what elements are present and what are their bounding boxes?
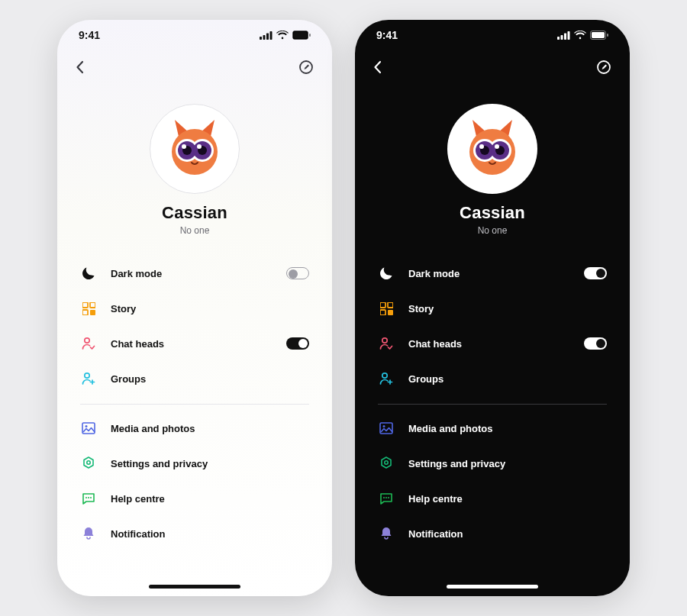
back-icon[interactable] xyxy=(373,60,382,74)
svg-rect-17 xyxy=(82,302,88,308)
edit-icon[interactable] xyxy=(596,60,611,75)
moon-icon xyxy=(80,266,97,280)
row-dark-mode[interactable]: Dark mode xyxy=(378,256,607,291)
user-check-icon xyxy=(80,337,97,350)
row-settings[interactable]: Settings and privacy xyxy=(378,446,607,481)
svg-rect-52 xyxy=(380,423,392,434)
bell-icon xyxy=(378,527,395,540)
svg-rect-47 xyxy=(388,302,393,308)
svg-rect-1 xyxy=(263,35,266,40)
status-bar: 9:41 xyxy=(355,20,630,50)
status-time: 9:41 xyxy=(376,29,398,41)
row-story[interactable]: Story xyxy=(80,291,309,326)
edit-icon[interactable] xyxy=(298,60,314,75)
image-icon xyxy=(378,422,395,434)
svg-rect-20 xyxy=(90,310,95,315)
toggle-chat-heads[interactable] xyxy=(286,337,309,350)
svg-point-16 xyxy=(197,144,202,149)
svg-point-54 xyxy=(385,461,388,464)
row-label: Dark mode xyxy=(111,268,273,279)
row-story[interactable]: Story xyxy=(378,291,607,326)
svg-rect-29 xyxy=(557,37,560,40)
profile-name: Cassian xyxy=(162,203,227,223)
status-icons xyxy=(557,31,608,40)
user-plus-icon xyxy=(80,372,97,385)
svg-rect-0 xyxy=(260,37,262,40)
avatar[interactable] xyxy=(150,104,240,194)
phone-light: 9:41 xyxy=(57,20,332,596)
svg-point-50 xyxy=(382,338,387,343)
row-label: Groups xyxy=(408,373,607,385)
settings-icon xyxy=(378,456,395,470)
menu: Dark mode Story Chat heads Groups xyxy=(57,250,332,551)
svg-point-27 xyxy=(88,497,89,498)
row-label: Media and photos xyxy=(408,423,607,434)
status-bar: 9:41 xyxy=(57,20,332,50)
svg-point-24 xyxy=(85,425,88,427)
avatar-image xyxy=(158,112,231,185)
row-settings[interactable]: Settings and privacy xyxy=(80,446,309,481)
toggle-dark-mode[interactable] xyxy=(286,267,309,279)
toggle-dark-mode[interactable] xyxy=(584,267,607,279)
row-media[interactable]: Media and photos xyxy=(378,411,607,446)
svg-point-21 xyxy=(85,338,89,343)
svg-rect-34 xyxy=(592,32,605,38)
row-label: Story xyxy=(408,303,607,314)
profile: Cassian No one xyxy=(355,104,630,236)
avatar-image xyxy=(456,112,529,185)
profile: Cassian No one xyxy=(57,104,332,236)
svg-rect-2 xyxy=(266,33,269,40)
svg-point-25 xyxy=(87,461,90,464)
svg-point-28 xyxy=(90,497,92,498)
svg-point-53 xyxy=(383,425,385,427)
user-plus-icon xyxy=(378,372,395,385)
row-notification[interactable]: Notification xyxy=(80,516,309,551)
row-label: Help centre xyxy=(111,493,309,505)
bell-icon xyxy=(80,527,97,540)
svg-rect-19 xyxy=(82,310,88,315)
profile-subtitle: No one xyxy=(180,225,210,236)
avatar[interactable] xyxy=(447,104,537,194)
row-chat-heads[interactable]: Chat heads xyxy=(80,326,309,361)
home-indicator[interactable] xyxy=(447,585,538,589)
row-help[interactable]: Help centre xyxy=(378,481,607,516)
row-help[interactable]: Help centre xyxy=(80,481,309,516)
svg-point-15 xyxy=(182,144,186,149)
profile-name: Cassian xyxy=(460,203,525,223)
row-dark-mode[interactable]: Dark mode xyxy=(80,256,309,291)
row-label: Notification xyxy=(111,528,309,540)
svg-rect-32 xyxy=(568,31,570,40)
row-notification[interactable]: Notification xyxy=(378,516,607,551)
svg-rect-30 xyxy=(561,35,563,40)
row-label: Media and photos xyxy=(111,423,309,434)
profile-subtitle: No one xyxy=(478,225,508,236)
row-groups[interactable]: Groups xyxy=(378,361,607,396)
row-label: Story xyxy=(111,303,309,314)
svg-rect-6 xyxy=(309,34,311,37)
row-media[interactable]: Media and photos xyxy=(80,411,309,446)
settings-icon xyxy=(80,456,97,470)
row-chat-heads[interactable]: Chat heads xyxy=(378,326,607,361)
row-label: Help centre xyxy=(408,493,607,505)
svg-point-45 xyxy=(495,144,499,149)
row-groups[interactable]: Groups xyxy=(80,361,309,396)
header xyxy=(57,50,332,84)
row-label: Chat heads xyxy=(408,338,570,350)
home-indicator[interactable] xyxy=(149,585,240,589)
moon-icon xyxy=(378,266,395,280)
row-label: Notification xyxy=(408,528,607,540)
toggle-chat-heads[interactable] xyxy=(584,337,607,350)
menu: Dark mode Story Chat heads Groups xyxy=(355,250,630,551)
wifi-icon xyxy=(276,31,289,40)
user-check-icon xyxy=(378,337,395,350)
chat-icon xyxy=(378,492,395,505)
svg-point-26 xyxy=(85,497,87,498)
header xyxy=(355,50,630,84)
chat-icon xyxy=(80,492,97,505)
svg-point-51 xyxy=(382,373,387,378)
svg-rect-49 xyxy=(388,310,393,315)
grid-icon xyxy=(378,302,395,315)
grid-icon xyxy=(80,302,97,315)
back-icon[interactable] xyxy=(76,60,84,74)
svg-point-22 xyxy=(85,373,89,378)
